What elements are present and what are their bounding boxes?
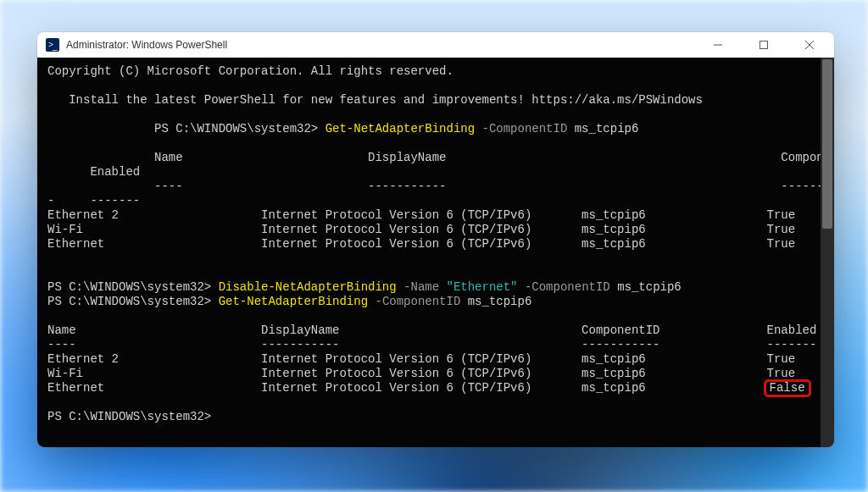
powershell-window: Administrator: Windows PowerShell Copyri…	[37, 32, 834, 447]
vertical-scrollbar[interactable]	[821, 58, 834, 447]
maximize-button[interactable]	[744, 32, 783, 58]
table2-header: Name DisplayName ComponentID Enabled	[47, 323, 824, 338]
table1-row: Wi-Fi Internet Protocol Version 6 (TCP/I…	[47, 223, 824, 237]
prompt-cmd-3: PS C:\WINDOWS\system32> Get-NetAdapterBi…	[47, 295, 824, 309]
install-hint-line: Install the latest PowerShell for new fe…	[47, 93, 824, 108]
table2-row: Ethernet Internet Protocol Version 6 (TC…	[47, 381, 824, 395]
prompt-cmd-2: PS C:\WINDOWS\system32> Disable-NetAdapt…	[47, 280, 824, 295]
scrollbar-thumb[interactable]	[822, 59, 832, 229]
powershell-icon	[46, 38, 59, 52]
prompt-cmd-1: PS C:\WINDOWS\system32> Get-NetAdapterBi…	[47, 122, 824, 136]
svg-rect-1	[760, 41, 768, 49]
table1-row: Ethernet 2 Internet Protocol Version 6 (…	[47, 208, 824, 223]
table2-row: Ethernet 2 Internet Protocol Version 6 (…	[47, 352, 824, 367]
table1-header: Name DisplayName ComponentID	[47, 151, 824, 165]
prompt-idle: PS C:\WINDOWS\system32>	[47, 410, 824, 424]
table1-row: Ethernet Internet Protocol Version 6 (TC…	[47, 237, 824, 252]
terminal-client-area[interactable]: Copyright (C) Microsoft Corporation. All…	[37, 58, 834, 447]
copyright-line: Copyright (C) Microsoft Corporation. All…	[47, 64, 824, 79]
highlight-enabled-false: False	[764, 379, 811, 397]
titlebar[interactable]: Administrator: Windows PowerShell	[37, 32, 834, 58]
minimize-button[interactable]	[698, 32, 737, 58]
terminal-output[interactable]: Copyright (C) Microsoft Corporation. All…	[47, 64, 824, 424]
table2-row: Wi-Fi Internet Protocol Version 6 (TCP/I…	[47, 367, 824, 381]
window-title: Administrator: Windows PowerShell	[66, 39, 227, 51]
close-button[interactable]	[790, 32, 829, 58]
